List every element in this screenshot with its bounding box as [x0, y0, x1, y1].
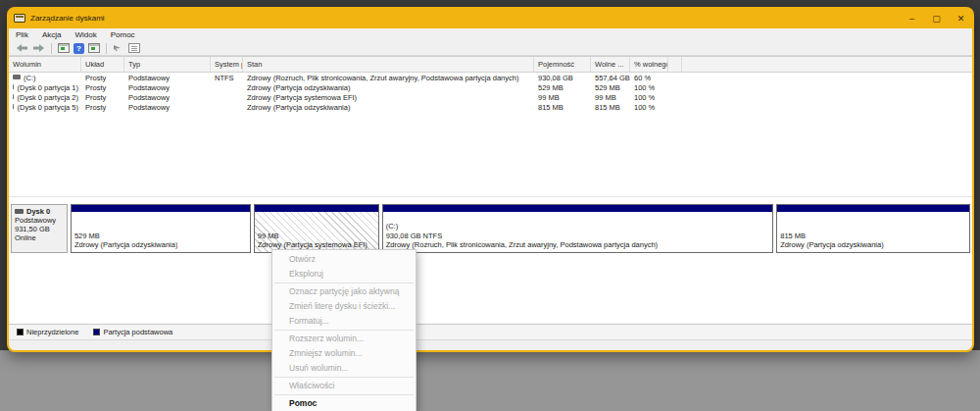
partition-recovery-2[interactable]: 815 MB Zdrowy (Partycja odzyskiwania) [776, 204, 970, 253]
properties-icon[interactable] [128, 43, 140, 53]
menu-plik[interactable]: Plik [9, 29, 35, 40]
maximize-button[interactable]: ▢ [924, 8, 949, 28]
disk-row: Dysk 0 Podstawowy 931,50 GB Online 529 M… [11, 204, 970, 253]
volume-icon [13, 104, 14, 109]
unallocated-swatch [17, 329, 24, 335]
column-header-typ[interactable]: Typ [124, 57, 211, 72]
partition-type-bar [383, 205, 773, 212]
console-tree-icon[interactable] [58, 43, 70, 53]
menu-separator [274, 377, 414, 378]
menu-item-formatuj[interactable]: Formatuj... [272, 314, 416, 329]
legend-primary-partition: Partycja podstawowa [93, 328, 172, 336]
volume-list-header: Wolumin Układ Typ System plik... Stan Po… [9, 57, 972, 73]
column-header-empty [668, 57, 682, 72]
menu-separator [274, 330, 414, 331]
back-icon[interactable] [16, 43, 28, 53]
column-header-uklad[interactable]: Układ [81, 57, 124, 72]
volume-icon [13, 94, 14, 99]
menu-item-wlasciwosci[interactable]: Właściwości [272, 379, 416, 393]
partition-type-bar [777, 205, 969, 212]
help-icon[interactable]: ? [74, 43, 84, 54]
table-row[interactable]: (Dysk 0 partycja 2) Prosty Podstawowy Zd… [9, 92, 972, 102]
action-pane-icon[interactable] [113, 43, 124, 53]
menu-akcja[interactable]: Akcja [35, 29, 69, 40]
column-header-pojemnosc[interactable]: Pojemność [534, 57, 591, 72]
menu-item-eksploruj[interactable]: Eksploruj [272, 267, 416, 282]
partition-type-bar [255, 205, 378, 212]
legend-unallocated: Nieprzydzielone [17, 328, 78, 336]
table-row[interactable]: (Dysk 0 partycja 5) Prosty Podstawowy Zd… [9, 102, 972, 112]
context-menu: Otwórz Eksploruj Oznacz partycję jako ak… [271, 249, 416, 411]
menu-widok[interactable]: Widok [68, 29, 103, 40]
window-title: Zarządzanie dyskami [30, 14, 105, 23]
legend-bar: Nieprzydzielone Partycja podstawowa [9, 324, 972, 340]
toolbar-separator [51, 43, 52, 54]
menu-item-oznacz[interactable]: Oznacz partycję jako aktywną [272, 284, 416, 299]
table-row[interactable]: (Dysk 0 partycja 1) Prosty Podstawowy Zd… [9, 82, 972, 92]
disk-status: Online [15, 233, 64, 242]
forward-icon[interactable] [32, 43, 45, 53]
column-header-stan[interactable]: Stan [243, 57, 534, 72]
partition-c-drive[interactable]: (C:) 930,08 GB NTFS Zdrowy (Rozruch, Pli… [382, 204, 774, 253]
disk-icon [15, 209, 24, 214]
volume-list: Wolumin Układ Typ System plik... Stan Po… [9, 56, 972, 196]
menu-item-zmien-litere[interactable]: Zmień literę dysku i ścieżki... [272, 299, 416, 314]
minimize-button[interactable]: – [900, 8, 924, 28]
background-webpage: Płeć:Mężczyzna M [0, 350, 980, 411]
close-button[interactable]: ✕ [949, 8, 973, 28]
menu-separator [274, 394, 414, 395]
disk-type: Podstawowy [15, 216, 64, 225]
menu-item-rozszerz[interactable]: Rozszerz wolumin... [272, 332, 416, 346]
menu-item-zmniejsz[interactable]: Zmniejsz wolumin... [272, 346, 416, 361]
menu-item-otworz[interactable]: Otwórz [272, 252, 416, 267]
toolbar-separator [106, 43, 107, 54]
menu-bar: Plik Akcja Widok Pomoc [9, 28, 972, 41]
disk-management-window: Zarządzanie dyskami – ▢ ✕ Plik Akcja Wid… [7, 7, 974, 352]
volume-icon [13, 84, 14, 89]
disk-size: 931,50 GB [15, 225, 64, 233]
menu-item-usun[interactable]: Usuń wolumin... [272, 361, 416, 376]
toolbar: ? [9, 41, 972, 56]
menu-separator [274, 283, 414, 283]
column-header-system[interactable]: System plik... [211, 57, 243, 72]
table-row[interactable]: (C:) Prosty Podstawowy NTFS Zdrowy (Rozr… [9, 73, 972, 82]
titlebar: Zarządzanie dyskami – ▢ ✕ [8, 8, 973, 28]
menu-item-pomoc[interactable]: Pomoc [272, 396, 416, 411]
disk-header[interactable]: Dysk 0 Podstawowy 931,50 GB Online [11, 204, 68, 253]
column-header-wolumin[interactable]: Wolumin [9, 57, 81, 72]
partition-recovery-1[interactable]: 529 MB Zdrowy (Partycja odzyskiwania) [71, 204, 251, 253]
graphical-view: Dysk 0 Podstawowy 931,50 GB Online 529 M… [9, 196, 972, 324]
app-icon [14, 14, 25, 23]
partition-type-bar [72, 205, 250, 212]
console-window-icon[interactable] [88, 43, 100, 53]
menu-pomoc[interactable]: Pomoc [104, 29, 142, 40]
primary-partition-swatch [93, 329, 100, 335]
volume-icon [13, 75, 21, 79]
column-header-procent[interactable]: % wolnego [630, 57, 668, 72]
desktop: Płeć:Mężczyzna M Zarządzanie dyskami – ▢… [0, 0, 980, 411]
column-header-wolne[interactable]: Wolne ... [591, 57, 630, 72]
partition-efi-selected[interactable]: 99 MB Zdrowy (Partycja systemowa EFI) [254, 204, 379, 253]
